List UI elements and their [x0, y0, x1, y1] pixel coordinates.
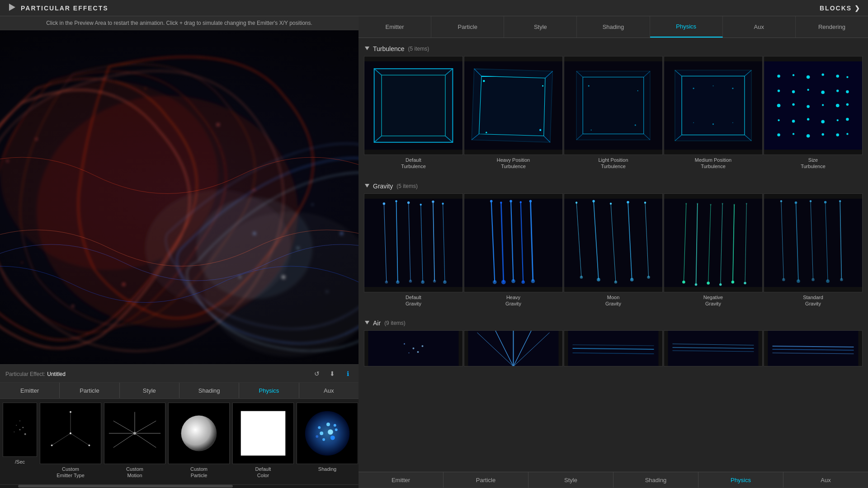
svg-line-38 [135, 421, 156, 433]
tab-shading-bottom[interactable]: Shading [179, 383, 239, 398]
tab-aux-right[interactable]: Aux [723, 16, 796, 38]
svg-point-36 [51, 445, 53, 446]
blocks-label[interactable]: BLOCKS ❯ [820, 5, 861, 12]
strip-item-shading[interactable]: Shading [296, 403, 359, 472]
svg-point-164 [846, 90, 849, 94]
svg-point-242 [695, 283, 697, 286]
turbulence-header[interactable]: Turbulence (5 items) [363, 42, 863, 55]
svg-point-217 [531, 279, 535, 283]
svg-point-25 [16, 425, 17, 426]
grid-item-light-turbulence[interactable]: Light PositionTurbulence [564, 56, 663, 172]
grid-label-negative-gravity: NegativeGravity [703, 292, 724, 309]
preview-footer: Particular Effect: Untitled ↺ ⬇ ℹ [0, 364, 359, 382]
reset-icon[interactable]: ↺ [311, 368, 322, 379]
grid-item-air-3[interactable] [564, 330, 663, 366]
air-grid [363, 329, 863, 367]
svg-rect-140 [675, 70, 751, 141]
svg-point-210 [509, 200, 512, 202]
svg-point-243 [707, 282, 710, 285]
strip-item-custom-emitter[interactable]: CustomEmitter Type [39, 403, 102, 479]
tab-style-right[interactable]: Style [504, 16, 577, 38]
svg-point-176 [846, 118, 849, 121]
content-area[interactable]: Turbulence (5 items) [359, 38, 868, 472]
grid-item-standard-gravity[interactable]: StandardGravity [764, 193, 863, 309]
grid-item-air-5[interactable] [764, 330, 863, 366]
play-button[interactable] [7, 3, 16, 14]
svg-point-215 [511, 279, 515, 283]
tab-aux-bottom[interactable]: Aux [299, 383, 359, 398]
right-bottom-tabs: Emitter Particle Style Shading Physics A… [359, 472, 868, 488]
svg-point-209 [500, 202, 502, 203]
tab-particle-bottom[interactable]: Particle [60, 383, 119, 398]
svg-point-208 [490, 200, 492, 202]
svg-point-241 [682, 281, 685, 284]
right-bottom-tab-aux[interactable]: Aux [783, 472, 868, 488]
svg-point-251 [734, 204, 735, 205]
grid-item-air-1[interactable] [364, 330, 463, 366]
svg-point-225 [592, 200, 594, 202]
svg-point-249 [710, 204, 711, 205]
save-icon[interactable]: ⬇ [327, 368, 338, 379]
grid-item-air-4[interactable] [664, 330, 763, 366]
grid-item-negative-gravity[interactable]: NegativeGravity [664, 193, 763, 309]
svg-point-163 [836, 89, 839, 92]
svg-point-158 [846, 76, 848, 78]
svg-point-151 [732, 122, 733, 123]
tab-physics-bottom[interactable]: Physics [239, 383, 299, 398]
info-icon[interactable]: ℹ [342, 368, 353, 379]
air-header[interactable]: Air (9 items) [363, 317, 863, 329]
svg-point-53 [320, 432, 323, 435]
grid-item-moon-gravity[interactable]: MoonGravity [564, 193, 663, 309]
svg-point-155 [807, 75, 810, 79]
svg-point-55 [334, 424, 336, 427]
right-bottom-tab-particle[interactable]: Particle [443, 472, 528, 488]
right-bottom-tab-physics[interactable]: Physics [698, 472, 783, 488]
grid-item-size-turbulence[interactable]: SizeTurbulence [764, 56, 863, 172]
svg-line-33 [52, 433, 71, 446]
strip-item-custom-particle[interactable]: CustomParticle [167, 403, 231, 479]
right-bottom-tab-shading[interactable]: Shading [613, 472, 698, 488]
grid-item-heavy-gravity[interactable]: HeavyGravity [464, 193, 563, 309]
svg-point-265 [797, 279, 800, 283]
svg-point-18 [297, 247, 299, 249]
gravity-section: Gravity (5 items) [363, 180, 863, 310]
strip-item-per-sec[interactable]: /Sec [2, 403, 38, 465]
svg-rect-234 [664, 198, 762, 286]
grid-item-heavy-turbulence[interactable]: Heavy PositionTurbulence [464, 56, 563, 172]
svg-point-231 [614, 281, 618, 284]
tab-emitter-bottom[interactable]: Emitter [0, 383, 60, 398]
tab-rendering-right[interactable]: Rendering [796, 16, 868, 38]
tab-emitter-right[interactable]: Emitter [359, 16, 431, 38]
grid-item-medium-turbulence[interactable]: Medium PositionTurbulence [664, 56, 763, 172]
tab-shading-right[interactable]: Shading [577, 16, 650, 38]
svg-point-124 [483, 80, 485, 82]
strip-item-custom-motion[interactable]: CustomMotion [103, 403, 166, 479]
svg-point-179 [807, 134, 810, 138]
right-bottom-tab-emitter[interactable]: Emitter [359, 472, 443, 488]
strip-item-default-color[interactable]: DefaultColor [231, 403, 295, 479]
grid-item-default-gravity[interactable]: DefaultGravity [364, 193, 463, 309]
bottom-strip[interactable]: /Sec [0, 399, 359, 484]
grid-item-air-2[interactable] [464, 330, 563, 366]
right-bottom-tab-style[interactable]: Style [528, 472, 613, 488]
grid-label-heavy-gravity: HeavyGravity [505, 292, 522, 309]
svg-line-42 [113, 433, 135, 448]
preview-area[interactable] [0, 30, 359, 364]
svg-point-192 [407, 201, 410, 203]
turbulence-count: (5 items) [408, 46, 429, 52]
grid-label-heavy-turbulence: Heavy PositionTurbulence [496, 155, 531, 172]
tab-particle-right[interactable]: Particle [431, 16, 504, 38]
svg-point-154 [793, 74, 794, 76]
gravity-header[interactable]: Gravity (5 items) [363, 180, 863, 192]
svg-point-182 [846, 133, 848, 135]
svg-point-150 [712, 123, 714, 125]
svg-point-181 [836, 133, 839, 136]
svg-point-19 [282, 275, 285, 279]
svg-point-260 [795, 201, 797, 203]
svg-point-191 [395, 200, 397, 202]
svg-point-21 [239, 276, 241, 278]
tab-physics-right[interactable]: Physics [650, 16, 723, 38]
tab-style-bottom[interactable]: Style [120, 383, 179, 398]
grid-item-default-turbulence[interactable]: DefaultTurbulence [364, 56, 463, 172]
preview-icons: ↺ ⬇ ℹ [311, 368, 353, 379]
